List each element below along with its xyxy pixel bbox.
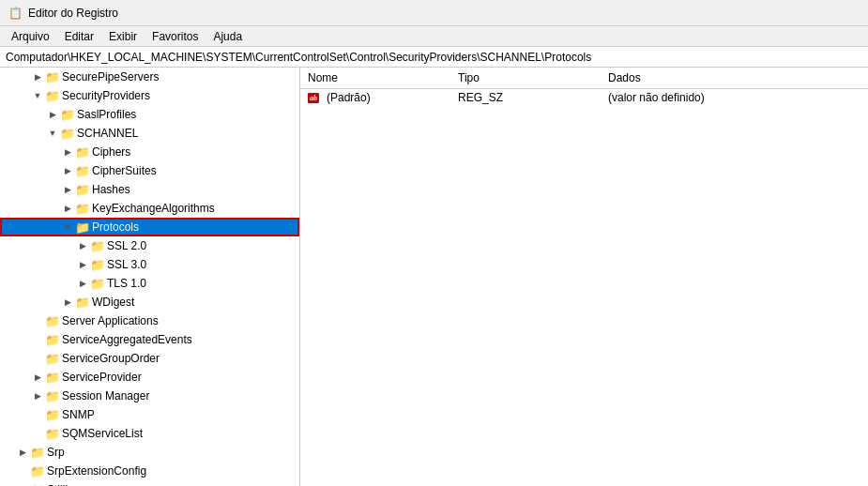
folder-icon: 📁 (30, 483, 45, 487)
expand-arrow[interactable]: ▶ (60, 147, 75, 157)
tree-item-schannel[interactable]: ▼📁SCHANNEL (0, 124, 299, 143)
folder-icon: 📁 (45, 314, 60, 328)
tree-item-stillimage[interactable]: 📁StillImage (0, 480, 299, 486)
tree-item-wdigest[interactable]: ▶📁WDigest (0, 293, 299, 311)
menu-item-editar[interactable]: Editar (57, 28, 101, 45)
tree-label: CipherSuites (90, 164, 157, 177)
tree-label: Srp (45, 446, 65, 459)
column-headers: Nome Tipo Dados (300, 68, 868, 89)
col-header-name: Nome (300, 69, 450, 86)
tree-item-tls10[interactable]: ▶📁TLS 1.0 (0, 274, 299, 293)
expand-arrow[interactable]: ▶ (75, 241, 90, 251)
tree-label: Session Manager (60, 389, 149, 402)
value-name: ab(Padrão) (308, 91, 458, 104)
folder-icon: 📁 (60, 108, 75, 122)
tree-label: SSL 3.0 (105, 258, 146, 271)
tree-item-ciphersuites[interactable]: ▶📁CipherSuites (0, 161, 299, 180)
folder-icon: 📁 (45, 371, 60, 385)
address-path: Computador\HKEY_LOCAL_MACHINE\SYSTEM\Cur… (6, 51, 591, 64)
expand-arrow[interactable]: ▶ (75, 260, 90, 269)
expand-arrow[interactable]: ▶ (60, 204, 75, 213)
tree-label: KeyExchangeAlgorithms (90, 202, 215, 215)
menu-item-ajuda[interactable]: Ajuda (206, 28, 250, 45)
folder-icon: 📁 (45, 352, 60, 366)
tree-label: SaslProfiles (75, 108, 136, 121)
expand-arrow[interactable]: ▼ (45, 129, 60, 138)
menu-item-favoritos[interactable]: Favoritos (145, 28, 206, 45)
tree-item-snmp[interactable]: 📁SNMP (0, 405, 299, 424)
tree-label: WDigest (90, 296, 134, 309)
col-header-type: Tipo (450, 69, 601, 86)
folder-icon: 📁 (90, 239, 105, 253)
tree-label: SecurePipeServers (60, 70, 159, 84)
menu-bar: ArquivoEditarExibirFavoritosAjuda (0, 26, 868, 47)
folder-icon: 📁 (90, 277, 105, 291)
tree-label: Protocols (90, 220, 139, 234)
tree-panel[interactable]: ▶📁SecurePipeServers▼📁SecurityProviders▶📁… (0, 68, 300, 486)
tree-label: Server Applications (60, 314, 159, 327)
expand-arrow[interactable]: ▶ (30, 391, 45, 401)
expand-arrow[interactable]: ▶ (60, 185, 75, 194)
menu-item-arquivo[interactable]: Arquivo (4, 28, 57, 45)
folder-icon: 📁 (75, 296, 90, 310)
tree-item-srp[interactable]: ▶📁Srp (0, 443, 299, 462)
expand-arrow[interactable]: ▶ (75, 279, 90, 288)
expand-arrow[interactable]: ▶ (15, 448, 30, 457)
value-type: REG_SZ (458, 91, 608, 104)
tree-item-serviceprovider[interactable]: ▶📁ServiceProvider (0, 368, 299, 387)
tree-label: SNMP (60, 408, 95, 421)
tree-item-protocols[interactable]: ▼📁Protocols (0, 218, 299, 236)
table-row[interactable]: ab(Padrão)REG_SZ(valor não definido) (300, 89, 868, 106)
registry-values: ab(Padrão)REG_SZ(valor não definido) (300, 89, 868, 106)
tree-label: SSL 2.0 (105, 239, 146, 252)
tree-item-srpextensionconfig[interactable]: 📁SrpExtensionConfig (0, 462, 299, 480)
folder-icon: 📁 (45, 333, 60, 347)
folder-icon: 📁 (60, 127, 75, 141)
tree-label: Ciphers (90, 145, 130, 159)
tree-item-ciphers[interactable]: ▶📁Ciphers (0, 143, 299, 161)
tree-item-serviceaggregatedevents[interactable]: 📁ServiceAggregatedEvents (0, 330, 299, 349)
expand-arrow[interactable]: ▶ (30, 72, 45, 82)
tree-item-sqmservicelist[interactable]: 📁SQMServiceList (0, 424, 299, 443)
folder-icon: 📁 (45, 89, 60, 103)
expand-arrow[interactable]: ▼ (60, 222, 75, 232)
right-panel: Nome Tipo Dados ab(Padrão)REG_SZ(valor n… (300, 68, 868, 486)
tree-label: SrpExtensionConfig (45, 464, 146, 478)
tree-item-saslprofiles[interactable]: ▶📁SaslProfiles (0, 105, 299, 124)
folder-icon: 📁 (75, 183, 90, 197)
value-data: (valor não definido) (608, 91, 796, 104)
folder-icon: 📁 (75, 164, 90, 178)
folder-icon: 📁 (45, 427, 60, 441)
tree-item-securityproviders[interactable]: ▼📁SecurityProviders (0, 86, 299, 105)
tree-label: Hashes (90, 183, 130, 196)
expand-arrow[interactable]: ▶ (60, 166, 75, 175)
tree-item-keyexchangealgorithms[interactable]: ▶📁KeyExchangeAlgorithms (0, 199, 299, 218)
folder-icon: 📁 (90, 258, 105, 272)
app-icon: 📋 (8, 6, 23, 21)
menu-item-exibir[interactable]: Exibir (101, 28, 145, 45)
folder-icon: 📁 (30, 464, 45, 478)
tree-item-serverapplications[interactable]: 📁Server Applications (0, 311, 299, 330)
tree-item-hashes[interactable]: ▶📁Hashes (0, 180, 299, 199)
tree-item-ssl20[interactable]: ▶📁SSL 2.0 (0, 236, 299, 255)
address-bar: Computador\HKEY_LOCAL_MACHINE\SYSTEM\Cur… (0, 47, 868, 68)
tree-item-securepipeservers[interactable]: ▶📁SecurePipeServers (0, 68, 299, 86)
expand-arrow[interactable]: ▶ (60, 297, 75, 307)
expand-arrow[interactable]: ▼ (30, 91, 45, 100)
tree-label: ServiceAggregatedEvents (60, 333, 192, 346)
ab-icon: ab (308, 93, 319, 103)
expand-arrow[interactable]: ▶ (30, 372, 45, 382)
folder-icon: 📁 (45, 389, 60, 403)
tree-label: ServiceProvider (60, 371, 142, 384)
tree-label: SQMServiceList (60, 427, 143, 440)
main-content: ▶📁SecurePipeServers▼📁SecurityProviders▶📁… (0, 68, 868, 486)
col-header-data: Dados (601, 69, 751, 86)
folder-icon: 📁 (75, 145, 90, 159)
folder-icon: 📁 (75, 202, 90, 216)
tree-item-sessionmanager[interactable]: ▶📁Session Manager (0, 387, 299, 405)
folder-icon: 📁 (75, 220, 90, 235)
expand-arrow[interactable]: ▶ (45, 110, 60, 119)
value-name-text: (Padrão) (327, 91, 371, 104)
tree-item-servicegrouporder[interactable]: 📁ServiceGroupOrder (0, 349, 299, 368)
tree-item-ssl30[interactable]: ▶📁SSL 3.0 (0, 255, 299, 274)
